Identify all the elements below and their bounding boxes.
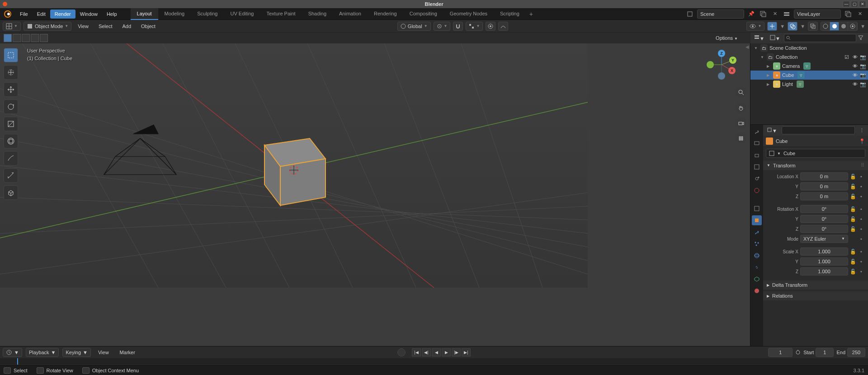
tree-item-cube[interactable]: ▶▾Cube▿👁📷 <box>750 71 868 80</box>
window-close-button[interactable]: ✕ <box>859 1 866 7</box>
wireframe-shading-button[interactable] <box>821 22 830 30</box>
render-icon[interactable]: 📷 <box>860 72 866 78</box>
playback-menu[interactable]: Playback▼ <box>26 348 59 357</box>
eye-icon[interactable]: 👁 <box>852 81 858 87</box>
proportional-falloff-dropdown[interactable] <box>498 22 508 31</box>
view-menu[interactable]: View <box>74 22 92 31</box>
scene-new-button[interactable] <box>759 9 768 19</box>
outliner-editor-dropdown[interactable]: ▼ <box>752 35 766 41</box>
annotate-tool[interactable] <box>4 151 18 166</box>
timeline-editor-dropdown[interactable]: ▼ <box>3 348 22 357</box>
tree-collection[interactable]: ▼🗀Collection☑👁📷 <box>750 52 868 62</box>
keying-menu[interactable]: Keying▼ <box>62 348 91 357</box>
play-button[interactable]: ▶ <box>442 348 451 356</box>
blender-logo-icon[interactable] <box>3 9 13 19</box>
location-z-field[interactable]: 0 m <box>800 192 848 200</box>
rotation-mode-dropdown[interactable]: XYZ Euler▼ <box>800 235 848 243</box>
tab-sculpting[interactable]: Sculpting <box>191 8 224 20</box>
tab-texture-paint[interactable]: Texture Paint <box>260 8 302 20</box>
current-frame-field[interactable]: 1 <box>768 348 793 357</box>
marker-menu[interactable]: Marker <box>116 348 139 357</box>
object-menu[interactable]: Object <box>137 22 159 31</box>
modifier-tab[interactable] <box>752 227 762 237</box>
outliner-display-dropdown[interactable]: ▼ <box>768 35 782 41</box>
properties-editor-dropdown[interactable]: ▼ <box>765 127 779 133</box>
collection-tab[interactable] <box>752 204 762 214</box>
window-maximize-button[interactable]: ▢ <box>851 1 858 7</box>
add-menu[interactable]: Add <box>118 22 135 31</box>
animate-button[interactable]: • <box>858 174 864 179</box>
pivot-dropdown[interactable]: ▼ <box>434 22 451 31</box>
snap-toggle[interactable] <box>453 22 463 31</box>
scene-name-input[interactable] <box>700 11 741 17</box>
delta-transform-header[interactable]: ▶Delta Transform <box>763 280 868 290</box>
output-tab[interactable] <box>752 150 762 160</box>
menu-file[interactable]: File <box>15 9 33 19</box>
rotate-tool[interactable] <box>4 100 18 114</box>
tool-tab[interactable] <box>752 127 762 137</box>
window-minimize-button[interactable]: — <box>843 1 850 7</box>
select-menu[interactable]: Select <box>95 22 116 31</box>
3d-viewport[interactable]: User Perspective (1) Collection | Cube ◀… <box>0 43 750 346</box>
location-x-field[interactable]: 0 m <box>800 172 848 180</box>
checkbox-icon[interactable]: ☑ <box>844 54 850 60</box>
scale-x-field[interactable]: 1.000 <box>800 247 848 256</box>
menu-edit[interactable]: Edit <box>33 9 50 19</box>
viewlayer-delete-button[interactable]: ✕ <box>855 9 864 19</box>
rotation-x-field[interactable]: 0° <box>800 205 848 213</box>
select-intersect-button[interactable] <box>40 34 48 42</box>
zoom-button[interactable] <box>736 87 746 98</box>
tree-scene-collection[interactable]: ▼🗀Scene Collection <box>750 43 868 52</box>
particles-tab[interactable] <box>752 239 762 249</box>
viewlayer-new-button[interactable] <box>844 9 853 19</box>
move-tool[interactable] <box>4 82 18 97</box>
properties-options-button[interactable]: ⋮ <box>858 128 866 133</box>
physics-tab[interactable] <box>752 251 762 261</box>
tab-scripting[interactable]: Scripting <box>494 8 526 20</box>
scene-delete-button[interactable]: ✕ <box>770 9 779 19</box>
sidebar-expand-handle[interactable]: ◀ <box>745 44 749 49</box>
autokey-toggle[interactable] <box>397 348 406 356</box>
select-box-tool[interactable] <box>4 48 18 62</box>
tree-item-light[interactable]: ▶▾Light▿👁📷 <box>750 80 868 89</box>
keyframe-next-button[interactable]: |▶ <box>452 348 461 356</box>
viewlayer-tab[interactable] <box>752 162 762 172</box>
camera-view-button[interactable] <box>736 118 746 128</box>
tab-layout[interactable]: Layout <box>131 8 158 20</box>
orientation-dropdown[interactable]: Global▼ <box>397 22 431 31</box>
relations-header[interactable]: ▶Relations <box>763 291 868 300</box>
xray-toggle[interactable] <box>808 22 818 31</box>
object-tab[interactable] <box>752 215 762 225</box>
jump-end-button[interactable]: ▶| <box>462 348 471 356</box>
select-subtract-button[interactable] <box>22 34 30 42</box>
viewport-options-dropdown[interactable]: Options ▼ <box>716 35 738 41</box>
eye-icon[interactable]: 👁 <box>852 72 858 78</box>
transform-header[interactable]: ▼Transform⠿ <box>763 161 868 170</box>
pin-button[interactable]: 📍 <box>859 138 865 144</box>
play-reverse-button[interactable]: ◀ <box>432 348 441 356</box>
render-icon[interactable]: 📷 <box>860 81 866 87</box>
tab-modeling[interactable]: Modeling <box>158 8 191 20</box>
pan-button[interactable] <box>736 102 746 113</box>
mode-dropdown[interactable]: Object Mode ▼ <box>24 22 71 31</box>
cursor-tool[interactable] <box>4 65 18 80</box>
render-icon[interactable]: 📷 <box>860 54 866 60</box>
keyframe-prev-button[interactable]: ◀| <box>422 348 431 356</box>
start-frame-field[interactable]: 1 <box>816 348 834 357</box>
transform-tool[interactable] <box>4 134 18 148</box>
timeline-view-menu[interactable]: View <box>94 348 113 357</box>
menu-render[interactable]: Render <box>50 9 75 19</box>
tree-item-camera[interactable]: ▶▾Camera▿👁📷 <box>750 62 868 71</box>
rendered-shading-button[interactable] <box>848 22 857 30</box>
select-extend-button[interactable] <box>13 34 21 42</box>
world-tab[interactable] <box>752 185 762 195</box>
snap-dropdown[interactable]: ▼ <box>466 22 483 31</box>
viewlayer-name-field[interactable] <box>794 9 841 19</box>
outliner-filter-button[interactable] <box>858 35 866 41</box>
tab-animation[interactable]: Animation <box>333 8 368 20</box>
material-tab[interactable] <box>752 286 762 296</box>
jump-start-button[interactable]: |◀ <box>412 348 421 356</box>
properties-search[interactable] <box>782 126 855 134</box>
add-workspace-button[interactable]: + <box>526 9 537 19</box>
select-new-button[interactable] <box>4 34 12 42</box>
